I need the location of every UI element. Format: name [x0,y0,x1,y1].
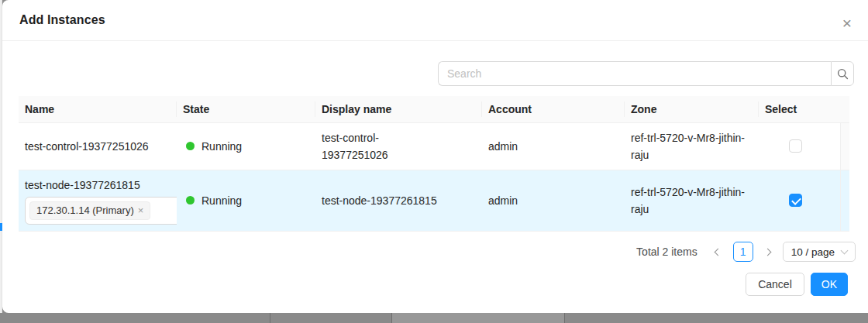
column-header-name[interactable]: Name [19,96,177,122]
chevron-down-icon [841,246,849,254]
modal-footer: Cancel OK [746,273,848,296]
account-cell: admin [482,122,625,170]
column-header-select[interactable]: Select [759,96,840,122]
state-cell: Running [177,170,315,231]
nic-select-input[interactable]: 172.30.1.14 (Primary) × [25,197,181,225]
column-header-display-name[interactable]: Display name [315,96,482,122]
instances-table: Name State Display name Account Zone Sel… [19,96,849,232]
table-row[interactable]: test-node-19377261815 172.30.1.14 (Prima… [19,170,849,231]
search-group [438,61,854,86]
backdrop-block [391,313,564,323]
column-header-account[interactable]: Account [482,96,625,122]
ok-button[interactable]: OK [811,273,848,296]
row-checkbox-checked[interactable] [789,194,802,207]
name-cell: test-control-19377251026 [19,122,177,170]
tag-close-icon[interactable]: × [138,205,144,215]
page-number-button[interactable]: 1 [733,242,753,262]
page-size-value: 10 / page [791,246,835,258]
backdrop-divider [564,313,565,323]
row-checkbox-unchecked[interactable] [789,139,802,153]
state-label: Running [202,194,242,207]
account-cell: admin [482,170,625,231]
chevron-right-icon [764,248,772,256]
cancel-button[interactable]: Cancel [746,273,804,296]
select-cell [759,122,840,170]
name-cell: test-node-19377261815 172.30.1.14 (Prima… [19,170,177,231]
ip-tag-label: 172.30.1.14 (Primary) [36,204,134,216]
search-button[interactable] [831,61,854,86]
running-status-icon [186,196,195,204]
modal-title: Add Instances [19,13,105,27]
modal-header: Add Instances [2,0,868,41]
zone-cell: ref-trl-5720-v-Mr8-jithin-raju [625,122,759,170]
zone-cell: ref-trl-5720-v-Mr8-jithin-raju [625,170,759,231]
select-cell [759,170,840,231]
column-header-zone[interactable]: Zone [625,96,759,122]
scrollbar-gutter [840,170,849,231]
table-row[interactable]: test-control-19377251026 Running test-co… [19,122,849,170]
column-header-state[interactable]: State [177,96,315,122]
backdrop-divider [391,313,392,323]
search-icon [836,67,849,81]
running-status-icon [186,142,195,150]
display-name-cell: test-control-19377251026 [315,122,482,170]
table-header-row: Name State Display name Account Zone Sel… [19,96,849,122]
page-size-select[interactable]: 10 / page [783,242,856,262]
ip-tag: 172.30.1.14 (Primary) × [29,201,150,220]
state-label: Running [202,140,242,153]
display-name-cell: test-node-19377261815 [315,170,482,231]
next-page-button[interactable] [760,242,777,262]
add-instances-modal: Add Instances × Name State Displ [2,0,868,313]
scrollbar-gutter [840,96,849,122]
pagination-total: Total 2 items [636,246,698,258]
state-cell: Running [177,122,315,170]
chevron-left-icon [715,248,722,256]
close-icon[interactable]: × [835,11,859,34]
search-input[interactable] [438,61,831,86]
scrollbar-gutter [840,122,849,170]
backdrop-divider [270,313,270,323]
pagination: Total 2 items 1 10 / page [636,242,856,262]
prev-page-button[interactable] [710,242,727,262]
